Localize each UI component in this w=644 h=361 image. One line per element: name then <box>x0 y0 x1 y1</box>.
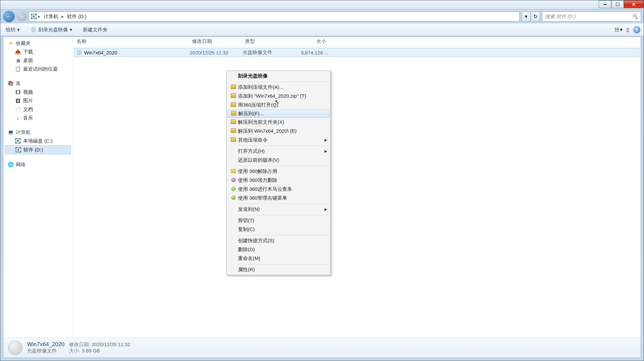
video-icon: 🎞 <box>15 89 21 95</box>
details-date: 修改日期: 2020/12/25 11:32 大小: 3.69 GB <box>69 342 130 354</box>
file-icon: 💿 <box>74 49 84 55</box>
ctx-open-with[interactable]: 打开方式(H)▶ <box>227 147 330 156</box>
recent-icon: 📋 <box>15 66 21 72</box>
newfolder-button[interactable]: 新建文件夹 <box>81 26 110 34</box>
ctx-send-to[interactable]: 发送到(N)▶ <box>227 205 330 214</box>
ctx-separator <box>239 264 329 264</box>
chevron-down-icon: ▾ <box>620 27 623 33</box>
docs-icon: 📄 <box>15 106 21 113</box>
sidebar-downloads[interactable]: 📥下载 <box>5 48 71 56</box>
forward-arrow-icon: → <box>19 13 25 20</box>
archive-icon <box>229 84 238 90</box>
submenu-arrow-icon: ▶ <box>324 149 327 153</box>
file-list[interactable]: 💿 Win7x64_2020 2020/12/25 11:32 光盘映像文件 3… <box>73 46 641 337</box>
sidebar-recent[interactable]: 📋最近访问的位置 <box>5 65 71 73</box>
ctx-separator <box>239 215 329 215</box>
sidebar-docs[interactable]: 📄文档 <box>5 105 71 114</box>
file-row[interactable]: 💿 Win7x64_2020 2020/12/25 11:32 光盘映像文件 3… <box>74 48 639 57</box>
col-size[interactable]: 大小 <box>294 38 330 45</box>
disc-icon: 💿 <box>30 27 37 33</box>
toolbar-right: ☷▾ ▯ ? <box>615 26 640 33</box>
organize-label: 组织 <box>6 27 16 33</box>
ctx-delete[interactable]: 删除(D) <box>227 245 330 254</box>
ctx-burn[interactable]: 刻录光盘映像 <box>227 72 330 81</box>
ctx-other-compress[interactable]: 其他压缩命令▶ <box>227 136 330 145</box>
search-box[interactable]: 搜索 软件 (D:) 🔍 <box>542 12 641 21</box>
ctx-cut[interactable]: 剪切(T) <box>227 216 330 225</box>
refresh-button[interactable]: ↻ <box>531 12 540 21</box>
file-type: 光盘映像文件 <box>243 49 295 56</box>
breadcrumb-computer[interactable]: 计算机 <box>42 14 60 20</box>
maximize-button[interactable]: ☐ <box>611 0 624 8</box>
ctx-add-zip[interactable]: 添加到 "Win7x64_2020.zip" (T) <box>227 92 330 101</box>
ctx-extract-folder[interactable]: 解压到 Win7x64_2020\ (E) <box>227 127 330 136</box>
ctx-copy[interactable]: 复制(C) <box>227 225 330 234</box>
back-button[interactable]: ← <box>3 11 15 22</box>
breadcrumb-sep: ▸ <box>37 14 42 19</box>
sidebar-favorites[interactable]: ★收藏夹 <box>5 39 71 48</box>
close-button[interactable]: ✕ <box>624 0 644 8</box>
minimize-button[interactable]: ━ <box>599 0 611 8</box>
file-area: 名称 修改日期 类型 大小 💿 Win7x64_2020 2020/12/25 … <box>73 37 641 337</box>
archive-icon <box>229 137 238 143</box>
preview-pane-button[interactable]: ▯ <box>627 27 629 33</box>
burn-button[interactable]: 💿 刻录光盘映像 ▾ <box>28 26 74 34</box>
ctx-properties[interactable]: 属性(R) <box>227 265 330 274</box>
chevron-down-icon: ▾ <box>70 27 72 33</box>
view-icon: ☷ <box>615 27 619 33</box>
archive-icon <box>229 93 238 99</box>
delete-icon <box>229 178 238 183</box>
breadcrumb-drive[interactable]: 软件 (D:) <box>65 14 88 20</box>
ctx-shortcut[interactable]: 创建快捷方式(S) <box>227 236 330 245</box>
file-size: 3,874,126 ... <box>295 50 328 55</box>
newfolder-label: 新建文件夹 <box>83 27 108 33</box>
column-headers: 名称 修改日期 类型 大小 <box>73 37 641 46</box>
help-button[interactable]: ? <box>633 26 640 33</box>
ctx-360-unlock[interactable]: 使用 360解除占用 <box>227 167 330 176</box>
col-name[interactable]: 名称 <box>73 38 188 45</box>
address-end: ▾ ↻ <box>522 12 540 21</box>
col-type[interactable]: 类型 <box>241 38 294 45</box>
address-bar[interactable]: 💽 ▸ 计算机 ▸ 软件 (D:) <box>29 12 520 21</box>
content: ★收藏夹 📥下载 🖥桌面 📋最近访问的位置 📚库 🎞视频 🖼图片 📄文档 ♪音乐… <box>3 37 641 358</box>
sidebar-network[interactable]: 🌐网络 <box>5 160 71 169</box>
archive-icon <box>229 128 238 134</box>
sidebar-libraries[interactable]: 📚库 <box>5 79 71 88</box>
sidebar-video[interactable]: 🎞视频 <box>5 88 71 96</box>
sidebar-computer[interactable]: 💻计算机 <box>5 128 71 137</box>
pictures-icon: 🖼 <box>15 97 21 104</box>
body-split: ★收藏夹 📥下载 🖥桌面 📋最近访问的位置 📚库 🎞视频 🖼图片 📄文档 ♪音乐… <box>3 37 641 337</box>
sidebar-pictures[interactable]: 🖼图片 <box>5 96 71 105</box>
ctx-separator <box>239 82 329 82</box>
ctx-open-360[interactable]: 用360压缩打开(Q) <box>227 101 330 110</box>
ctx-restore-prev[interactable]: 还原以前的版本(V) <box>227 156 330 165</box>
organize-button[interactable]: 组织 ▾ <box>4 26 22 34</box>
sidebar-ddrive[interactable]: 💽软件 (D:) <box>5 145 71 154</box>
submenu-arrow-icon: ▶ <box>324 207 327 212</box>
burn-label: 刻录光盘映像 <box>38 27 68 33</box>
ctx-extract-here[interactable]: 解压到当前文件夹(X) <box>227 118 330 127</box>
sidebar-cdrive[interactable]: 💽本地磁盘 (C:) <box>5 137 71 145</box>
view-button[interactable]: ☷▾ <box>615 27 623 33</box>
ctx-360-menu[interactable]: 使用 360管理右键菜单 <box>227 194 330 203</box>
shield-icon <box>229 186 238 192</box>
forward-button[interactable]: → <box>17 12 27 21</box>
chevron-down-icon: ▾ <box>525 14 527 19</box>
ctx-extract-to[interactable]: 解压到(F)... <box>227 110 330 118</box>
downloads-icon: 📥 <box>15 49 21 55</box>
ctx-360-scan[interactable]: 使用 360进行木马云查杀 <box>227 185 330 194</box>
col-date[interactable]: 修改日期 <box>188 38 241 45</box>
ctx-360-delete[interactable]: 使用 360强力删除 <box>227 176 330 185</box>
toolbar: 组织 ▾ 💿 刻录光盘映像 ▾ 新建文件夹 ☷▾ ▯ ? <box>0 23 644 36</box>
sidebar-desktop[interactable]: 🖥桌面 <box>5 56 71 65</box>
help-icon: ? <box>635 27 638 33</box>
sidebar-music[interactable]: ♪音乐 <box>5 114 71 122</box>
drive-icon: 💽 <box>15 147 21 153</box>
navigation-pane: ★收藏夹 📥下载 🖥桌面 📋最近访问的位置 📚库 🎞视频 🖼图片 📄文档 ♪音乐… <box>3 37 73 337</box>
address-dropdown[interactable]: ▾ <box>522 12 531 21</box>
ctx-rename[interactable]: 重命名(M) <box>227 254 330 263</box>
ctx-add-archive[interactable]: 添加到压缩文件(A)... <box>227 83 330 92</box>
file-name: Win7x64_2020 <box>84 50 190 55</box>
star-icon: ★ <box>7 40 14 47</box>
back-arrow-icon: ← <box>6 13 12 20</box>
